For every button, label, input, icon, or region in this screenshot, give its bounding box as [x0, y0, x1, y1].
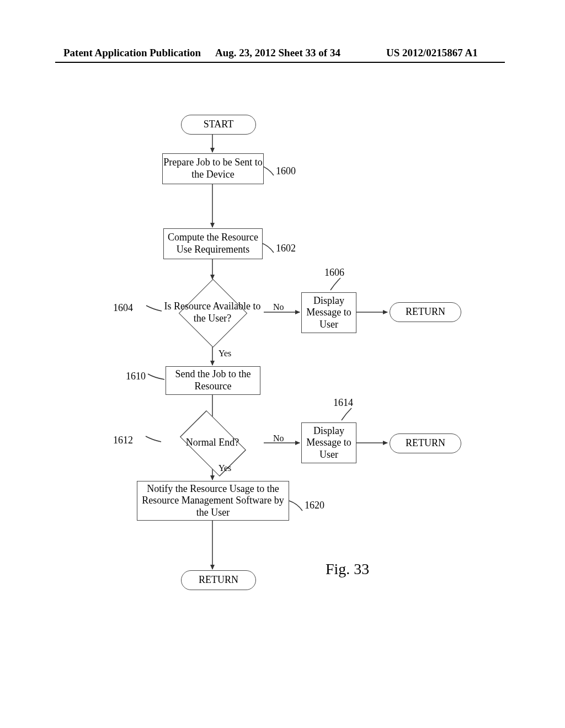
- header-middle: Aug. 23, 2012 Sheet 33 of 34: [215, 47, 340, 59]
- ref-1620: 1620: [305, 500, 324, 511]
- prepare-label: Prepare Job to be Sent to the Device: [163, 157, 263, 180]
- no-label-2: No: [273, 433, 284, 443]
- terminator-start: START: [181, 115, 256, 135]
- ref-1602: 1602: [276, 243, 296, 254]
- compute-label: Compute the Resource Use Requirements: [164, 232, 262, 255]
- return1-label: RETURN: [406, 306, 445, 318]
- return2-label: RETURN: [406, 437, 445, 449]
- ref-1612: 1612: [113, 435, 133, 446]
- connectors: [0, 0, 565, 728]
- process-display-msg-1: Display Message to User: [301, 292, 356, 333]
- display1-label: Display Message to User: [302, 295, 356, 331]
- ref-1600: 1600: [276, 165, 296, 177]
- page: Patent Application Publication Aug. 23, …: [0, 0, 565, 728]
- process-display-msg-2: Display Message to User: [301, 422, 356, 463]
- terminator-return-3: RETURN: [181, 570, 256, 590]
- process-compute-resource: Compute the Resource Use Requirements: [163, 228, 263, 259]
- ref-1604: 1604: [113, 302, 133, 314]
- sendjob-label: Send the Job to the Resource: [166, 368, 260, 392]
- notify-label: Notify the Resource Usage to the Resourc…: [137, 483, 289, 519]
- display2-label: Display Message to User: [302, 425, 356, 461]
- return3-label: RETURN: [199, 574, 238, 586]
- decision-resource-available: Is Resource Available to the User?: [161, 280, 264, 345]
- ref-1610: 1610: [126, 371, 146, 382]
- yes-label-1: Yes: [218, 349, 231, 358]
- decision-normal-end: Normal End?: [161, 425, 264, 461]
- figure-caption: Fig. 33: [326, 560, 369, 578]
- start-label: START: [204, 119, 233, 131]
- process-send-job: Send the Job to the Resource: [166, 366, 260, 395]
- header-left: Patent Application Publication: [63, 47, 201, 59]
- terminator-return-2: RETURN: [390, 433, 461, 453]
- process-notify: Notify the Resource Usage to the Resourc…: [137, 481, 289, 521]
- header-right: US 2012/0215867 A1: [386, 47, 478, 59]
- yes-label-2: Yes: [218, 463, 231, 473]
- ref-1606: 1606: [324, 267, 344, 279]
- ref-1614: 1614: [333, 397, 353, 409]
- process-prepare-job: Prepare Job to be Sent to the Device: [162, 153, 264, 184]
- terminator-return-1: RETURN: [390, 302, 461, 322]
- header-rule: [55, 62, 505, 63]
- no-label-1: No: [273, 302, 284, 312]
